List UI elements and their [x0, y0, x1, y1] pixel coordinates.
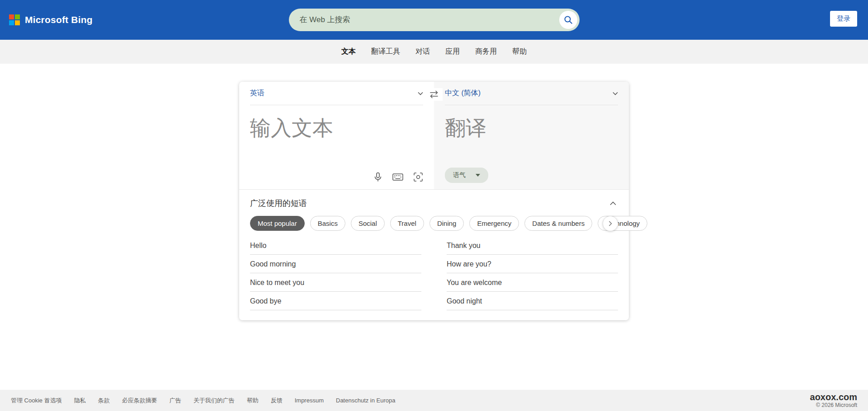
footer-link-privacy[interactable]: 隐私	[74, 397, 86, 405]
chevron-right-icon	[609, 221, 612, 226]
nav-tab-translator-tools[interactable]: 翻译工具	[371, 47, 400, 56]
footer-link-ads[interactable]: 广告	[170, 397, 181, 405]
source-language-dropdown[interactable]: 英语	[250, 82, 423, 105]
phrase-item[interactable]: Good night	[447, 292, 618, 310]
phrasebook-header: 广泛使用的短语	[250, 198, 618, 209]
swap-languages-button[interactable]	[425, 88, 443, 101]
source-text-input[interactable]	[250, 114, 423, 168]
search-input[interactable]	[300, 15, 559, 24]
collapse-phrasebook-button[interactable]	[608, 200, 618, 207]
category-emergency[interactable]: Emergency	[469, 216, 519, 231]
tone-row: 语气	[445, 168, 618, 189]
footer-link-datenschutz[interactable]: Datenschutz in Europa	[336, 397, 396, 404]
phrase-grid: Hello Good morning Nice to meet you Good…	[250, 236, 618, 310]
categories-next-button[interactable]	[603, 216, 618, 231]
phrase-column-left: Hello Good morning Nice to meet you Good…	[250, 236, 421, 310]
source-panel: 英语	[239, 82, 434, 189]
caret-down-icon	[476, 174, 480, 177]
image-translate-button[interactable]	[413, 172, 423, 182]
footer-link-cookie-preferences[interactable]: 管理 Cookie 首选项	[11, 397, 62, 405]
phrase-item[interactable]: Thank you	[447, 236, 618, 255]
nav-tab-business[interactable]: 商务用	[475, 47, 497, 56]
page-footer: 管理 Cookie 首选项 隐私 条款 必应条款摘要 广告 关于我们的广告 帮助…	[0, 390, 868, 411]
bing-logo[interactable]: Microsoft Bing	[9, 0, 93, 40]
main-content: 英语	[0, 64, 868, 390]
sign-in-button[interactable]: 登录	[830, 11, 857, 27]
footer-link-bing-terms-summary[interactable]: 必应条款摘要	[122, 397, 157, 405]
source-language-label: 英语	[250, 89, 264, 98]
swap-arrows-icon	[429, 90, 439, 99]
category-basics[interactable]: Basics	[310, 216, 345, 231]
microphone-icon	[373, 172, 382, 182]
phrase-item[interactable]: Good morning	[250, 255, 421, 273]
nav-tab-apps[interactable]: 应用	[445, 47, 460, 56]
footer-link-help[interactable]: 帮助	[247, 397, 259, 405]
target-language-label: 中文 (简体)	[445, 89, 481, 98]
chevron-down-icon	[613, 92, 618, 95]
target-panel: 中文 (简体) 翻译 语气	[434, 82, 629, 189]
footer-link-about-our-ads[interactable]: 关于我们的广告	[193, 397, 235, 405]
phrasebook-title: 广泛使用的短语	[250, 198, 307, 209]
translation-output: 翻译	[445, 114, 618, 168]
translator-nav: 文本 翻译工具 对话 应用 商务用 帮助	[0, 40, 868, 64]
phrasebook-section: 广泛使用的短语 Most popular Basics Social Trave…	[239, 189, 629, 320]
category-dates-numbers[interactable]: Dates & numbers	[524, 216, 592, 231]
search-button[interactable]	[559, 11, 577, 29]
phrase-item[interactable]: Hello	[250, 236, 421, 255]
brand-title: Microsoft Bing	[25, 14, 93, 25]
footer-link-terms[interactable]: 条款	[98, 397, 110, 405]
on-screen-keyboard-button[interactable]	[392, 173, 403, 181]
tone-label: 语气	[453, 171, 466, 179]
keyboard-icon	[392, 173, 403, 181]
phrase-categories: Most popular Basics Social Travel Dining…	[250, 216, 618, 231]
nav-tab-text[interactable]: 文本	[341, 47, 356, 56]
voice-input-button[interactable]	[373, 172, 382, 182]
category-most-popular[interactable]: Most popular	[250, 216, 305, 231]
nav-tab-conversation[interactable]: 对话	[415, 47, 430, 56]
footer-link-feedback[interactable]: 反馈	[271, 397, 283, 405]
nav-tab-help[interactable]: 帮助	[512, 47, 527, 56]
copyright-text: © 2026 Microsoft	[810, 402, 857, 409]
web-search-bar	[289, 9, 580, 31]
microsoft-logo-icon	[9, 14, 20, 25]
footer-link-impressum[interactable]: Impressum	[295, 397, 324, 404]
phrase-item[interactable]: Good bye	[250, 292, 421, 310]
translator-card: 英语	[239, 82, 629, 320]
phrase-item[interactable]: Nice to meet you	[250, 273, 421, 292]
footer-branding: aoxox.com © 2026 Microsoft	[810, 392, 857, 409]
chevron-up-icon	[610, 201, 616, 206]
phrase-item[interactable]: You are welcome	[447, 273, 618, 292]
search-icon	[564, 15, 573, 24]
input-tools	[250, 172, 423, 189]
top-header: Microsoft Bing 登录	[0, 0, 868, 40]
phrase-item[interactable]: How are you?	[447, 255, 618, 273]
tone-dropdown[interactable]: 语气	[445, 168, 488, 183]
phrase-column-right: Thank you How are you? You are welcome G…	[447, 236, 618, 310]
category-social[interactable]: Social	[351, 216, 385, 231]
category-travel[interactable]: Travel	[390, 216, 424, 231]
camera-scan-icon	[413, 172, 423, 182]
chevron-down-icon	[418, 92, 423, 95]
site-name: aoxox.com	[810, 392, 857, 402]
category-dining[interactable]: Dining	[429, 216, 464, 231]
target-language-dropdown[interactable]: 中文 (简体)	[445, 82, 618, 105]
